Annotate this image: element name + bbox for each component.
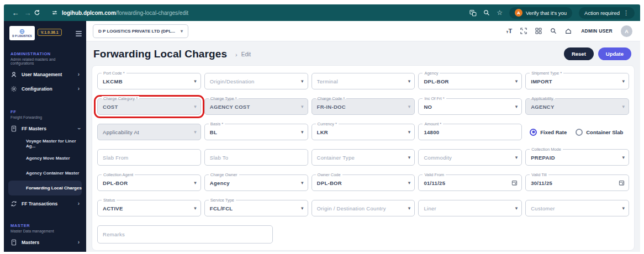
dp-logistics-logo: D P LOGISTICS	[9, 26, 35, 40]
sidebar-item-label: Masters	[22, 240, 39, 245]
field-owner-code[interactable]: Owner Code DPL-BOR ▾	[312, 174, 415, 191]
chevron-down-icon: ▾	[622, 79, 625, 84]
sidebar-item-label: Configuration	[22, 86, 52, 92]
field-applicability[interactable]: Applicability AGENCY ▾	[525, 98, 629, 115]
field-service-type[interactable]: Service Type FCL/FCL ▾	[204, 200, 308, 216]
field-valid-from[interactable]: Valid From 01/11/25	[418, 174, 522, 191]
action-required-label: Action required	[584, 10, 620, 16]
field-label: Valid From	[423, 172, 446, 177]
zoom-icon[interactable]	[483, 9, 490, 16]
sidebar-item-configuration[interactable]: Configuration ›	[4, 82, 86, 96]
breadcrumb: Edit	[241, 51, 251, 57]
field-container-type[interactable]: Container Type ▾	[312, 149, 415, 166]
field-customer[interactable]: Customer ▾	[525, 200, 629, 216]
sidebar-item-agency-container-master[interactable]: Agency Container Master	[4, 166, 86, 181]
section-title: FF	[10, 109, 80, 114]
chevron-down-icon: ▾	[194, 104, 197, 109]
sidebar-item-ff-transactions[interactable]: FF Transactions ›	[4, 197, 86, 211]
page-header: Forwarding Local Charges › Edit Reset Up…	[86, 41, 640, 65]
field-port-code[interactable]: Port Code * LKCMB ▾	[97, 73, 201, 89]
field-valid-till[interactable]: Valid Till 30/11/25	[525, 174, 629, 191]
browser-menu-icon[interactable]: ⋮	[623, 9, 629, 17]
field-amount[interactable]: Amount * 14800	[418, 124, 522, 140]
field-slab-from[interactable]: Slab From	[97, 149, 201, 166]
field-origin-destination[interactable]: Origin/Destination ▾	[204, 73, 308, 89]
field-currency[interactable]: Currency * LKR ▾	[312, 124, 415, 140]
sidebar-item-ff-masters[interactable]: FF Masters ›	[4, 121, 86, 136]
sidebar-item-masters[interactable]: Masters ›	[4, 235, 86, 250]
action-required-pill[interactable]: Action required ⋮	[579, 7, 635, 19]
field-liner[interactable]: Liner ▾	[418, 200, 522, 216]
forward-icon[interactable]: →	[22, 9, 34, 17]
version-badge: V.1.0.36.1	[38, 29, 62, 36]
chevron-down-icon: ▾	[515, 104, 518, 109]
field-terminal[interactable]: Terminal ▾	[312, 73, 415, 89]
fullscreen-icon[interactable]	[520, 28, 527, 34]
globe-icon	[19, 29, 25, 34]
container-slab-radio[interactable]: Container Slab	[576, 129, 623, 136]
user-name: ADMIN USER	[581, 28, 613, 34]
field-commodity[interactable]: Commodity ▾	[418, 149, 522, 166]
field-label: Inc Of Frt *	[423, 96, 446, 101]
field-collection-mode[interactable]: Collection Mode PREPAID ▾	[525, 149, 629, 166]
apps-grid-icon[interactable]	[535, 28, 542, 34]
calendar-icon[interactable]	[619, 180, 625, 186]
field-shipment-type[interactable]: Shipment Type * IMPORT ▾	[525, 73, 629, 89]
fixed-rate-radio[interactable]: Fixed Rate	[530, 129, 567, 136]
browser-window: ← → logihub.dplcom.com/forwarding-local-…	[4, 4, 640, 252]
field-charge-category[interactable]: Charge Category * COST ▾	[97, 98, 201, 115]
url-bar[interactable]: logihub.dplcom.com/forwarding-local-char…	[62, 10, 188, 16]
chevron-down-icon: ▾	[194, 79, 197, 84]
field-status[interactable]: Status ACTIVE ▾	[97, 200, 201, 216]
remarks-textarea[interactable]: Remarks	[97, 225, 273, 244]
bookmark-star-icon[interactable]: ☆	[497, 9, 503, 17]
sidebar-item-user-management[interactable]: User Management ›	[4, 67, 86, 82]
radio-unselected-icon	[576, 129, 583, 136]
chevron-down-icon: ▾	[515, 155, 518, 160]
update-button[interactable]: Update	[598, 47, 631, 60]
user-avatar[interactable]: A	[621, 25, 632, 37]
chevron-down-icon: ▾	[408, 104, 411, 109]
field-basis[interactable]: Basis * BL ▾	[204, 124, 308, 140]
search-icon[interactable]	[550, 28, 557, 34]
field-inc-of-frt[interactable]: Inc Of Frt * NO ▾	[418, 98, 522, 115]
reset-button[interactable]: Reset	[564, 47, 594, 60]
chevron-down-icon: ▾	[301, 130, 304, 135]
sidebar-item-forwarding-local-charges[interactable]: Forwarding Local Charges	[8, 181, 82, 195]
form-card: Port Code * LKCMB ▾ Origin/Destination ▾…	[92, 65, 635, 251]
field-label: Currency *	[316, 121, 339, 126]
translate-icon[interactable]	[469, 9, 477, 17]
sidebar-item-voyage-master[interactable]: Voyage Master for Liner Ag...	[4, 136, 86, 151]
company-selector[interactable]: D P LOGISTICS PRIVATE LTD (DPL... ▾	[93, 24, 188, 38]
field-applicability-at[interactable]: Applicability At ▾	[97, 124, 201, 140]
browser-chrome: ← → logihub.dplcom.com/forwarding-local-…	[4, 4, 640, 21]
back-icon[interactable]: ←	[9, 9, 22, 17]
field-charge-type[interactable]: Charge Type * AGENCY COST ▾	[204, 98, 308, 115]
chevron-down-icon: ▾	[301, 104, 304, 109]
sidebar-item-label: Agency Move Master	[26, 156, 70, 161]
verify-identity-pill[interactable]: A Verify that it's you	[509, 7, 572, 19]
text-size-icon[interactable]: тT	[506, 28, 513, 34]
calendar-icon[interactable]	[511, 180, 518, 186]
field-slab-to[interactable]: Slab To	[204, 149, 308, 166]
field-label: Agency	[423, 71, 440, 76]
field-charge-code[interactable]: Charge Code * FR-IN-DOC ▾	[312, 98, 415, 115]
chevron-right-icon: ›	[78, 201, 80, 207]
chevron-down-icon: ▾	[622, 155, 625, 160]
sidebar-item-label: Agency Container Master	[26, 171, 79, 176]
chevron-right-icon: ›	[78, 86, 80, 92]
field-charge-owner[interactable]: Charge Owner Agency ▾	[204, 174, 308, 191]
chevron-down-icon: ▾	[301, 181, 304, 186]
site-settings-icon[interactable]	[51, 9, 58, 16]
home-icon[interactable]	[565, 28, 572, 34]
hamburger-menu-icon[interactable]	[76, 31, 82, 36]
field-origin-destination-country[interactable]: Origin / Destination Country ▾	[312, 200, 415, 216]
field-label: Charge Category *	[102, 96, 139, 101]
section-ff: FF Freight Forwarding	[4, 109, 86, 119]
section-title: ADMINISTRATION	[10, 51, 80, 56]
refresh-icon[interactable]	[34, 9, 46, 16]
field-agency[interactable]: Agency DPL-BOR ▾	[418, 73, 522, 89]
chevron-right-icon: ›	[78, 240, 80, 245]
sidebar-item-agency-move-master[interactable]: Agency Move Master	[4, 151, 86, 166]
field-collection-agent[interactable]: Collection Agent DPL-BOR ▾	[97, 174, 201, 191]
